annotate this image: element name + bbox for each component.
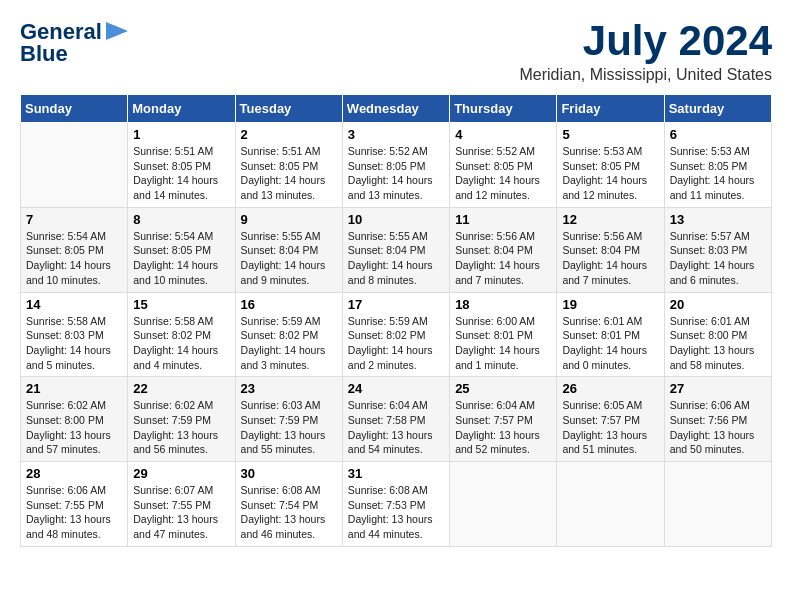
cell-content: Sunrise: 5:53 AMSunset: 8:05 PMDaylight:… [562, 144, 658, 203]
cell-content: Sunrise: 5:54 AMSunset: 8:05 PMDaylight:… [26, 229, 122, 288]
calendar-cell [21, 123, 128, 208]
subtitle: Meridian, Mississippi, United States [519, 66, 772, 84]
calendar-cell: 1Sunrise: 5:51 AMSunset: 8:05 PMDaylight… [128, 123, 235, 208]
calendar-week-row: 1Sunrise: 5:51 AMSunset: 8:05 PMDaylight… [21, 123, 772, 208]
day-number: 3 [348, 127, 444, 142]
day-number: 25 [455, 381, 551, 396]
cell-content: Sunrise: 5:58 AMSunset: 8:03 PMDaylight:… [26, 314, 122, 373]
cell-content: Sunrise: 6:08 AMSunset: 7:53 PMDaylight:… [348, 483, 444, 542]
logo-arrow-icon [106, 22, 128, 40]
column-header-sunday: Sunday [21, 95, 128, 123]
day-number: 15 [133, 297, 229, 312]
calendar-cell: 23Sunrise: 6:03 AMSunset: 7:59 PMDayligh… [235, 377, 342, 462]
calendar-cell: 31Sunrise: 6:08 AMSunset: 7:53 PMDayligh… [342, 462, 449, 547]
calendar-cell [664, 462, 771, 547]
calendar-cell: 27Sunrise: 6:06 AMSunset: 7:56 PMDayligh… [664, 377, 771, 462]
calendar-cell: 30Sunrise: 6:08 AMSunset: 7:54 PMDayligh… [235, 462, 342, 547]
calendar-cell: 18Sunrise: 6:00 AMSunset: 8:01 PMDayligh… [450, 292, 557, 377]
calendar-cell: 15Sunrise: 5:58 AMSunset: 8:02 PMDayligh… [128, 292, 235, 377]
calendar-cell: 19Sunrise: 6:01 AMSunset: 8:01 PMDayligh… [557, 292, 664, 377]
day-number: 26 [562, 381, 658, 396]
calendar-week-row: 14Sunrise: 5:58 AMSunset: 8:03 PMDayligh… [21, 292, 772, 377]
calendar-week-row: 21Sunrise: 6:02 AMSunset: 8:00 PMDayligh… [21, 377, 772, 462]
day-number: 4 [455, 127, 551, 142]
cell-content: Sunrise: 5:53 AMSunset: 8:05 PMDaylight:… [670, 144, 766, 203]
calendar-cell: 14Sunrise: 5:58 AMSunset: 8:03 PMDayligh… [21, 292, 128, 377]
cell-content: Sunrise: 5:54 AMSunset: 8:05 PMDaylight:… [133, 229, 229, 288]
cell-content: Sunrise: 5:58 AMSunset: 8:02 PMDaylight:… [133, 314, 229, 373]
calendar-cell: 20Sunrise: 6:01 AMSunset: 8:00 PMDayligh… [664, 292, 771, 377]
day-number: 13 [670, 212, 766, 227]
calendar-cell: 9Sunrise: 5:55 AMSunset: 8:04 PMDaylight… [235, 207, 342, 292]
day-number: 23 [241, 381, 337, 396]
svg-marker-0 [106, 22, 128, 40]
cell-content: Sunrise: 6:04 AMSunset: 7:58 PMDaylight:… [348, 398, 444, 457]
day-number: 29 [133, 466, 229, 481]
day-number: 21 [26, 381, 122, 396]
cell-content: Sunrise: 5:56 AMSunset: 8:04 PMDaylight:… [455, 229, 551, 288]
day-number: 18 [455, 297, 551, 312]
cell-content: Sunrise: 5:59 AMSunset: 8:02 PMDaylight:… [348, 314, 444, 373]
day-number: 24 [348, 381, 444, 396]
day-number: 10 [348, 212, 444, 227]
column-header-saturday: Saturday [664, 95, 771, 123]
cell-content: Sunrise: 5:52 AMSunset: 8:05 PMDaylight:… [455, 144, 551, 203]
day-number: 7 [26, 212, 122, 227]
day-number: 17 [348, 297, 444, 312]
cell-content: Sunrise: 5:56 AMSunset: 8:04 PMDaylight:… [562, 229, 658, 288]
column-header-thursday: Thursday [450, 95, 557, 123]
day-number: 9 [241, 212, 337, 227]
column-header-tuesday: Tuesday [235, 95, 342, 123]
calendar-cell: 4Sunrise: 5:52 AMSunset: 8:05 PMDaylight… [450, 123, 557, 208]
title-section: July 2024 Meridian, Mississippi, United … [519, 20, 772, 84]
cell-content: Sunrise: 6:03 AMSunset: 7:59 PMDaylight:… [241, 398, 337, 457]
day-number: 5 [562, 127, 658, 142]
calendar-cell: 5Sunrise: 5:53 AMSunset: 8:05 PMDaylight… [557, 123, 664, 208]
calendar-cell: 2Sunrise: 5:51 AMSunset: 8:05 PMDaylight… [235, 123, 342, 208]
calendar-cell: 12Sunrise: 5:56 AMSunset: 8:04 PMDayligh… [557, 207, 664, 292]
day-number: 12 [562, 212, 658, 227]
day-number: 16 [241, 297, 337, 312]
column-header-wednesday: Wednesday [342, 95, 449, 123]
column-header-friday: Friday [557, 95, 664, 123]
calendar-cell: 17Sunrise: 5:59 AMSunset: 8:02 PMDayligh… [342, 292, 449, 377]
calendar-cell: 13Sunrise: 5:57 AMSunset: 8:03 PMDayligh… [664, 207, 771, 292]
day-number: 2 [241, 127, 337, 142]
calendar-cell: 26Sunrise: 6:05 AMSunset: 7:57 PMDayligh… [557, 377, 664, 462]
cell-content: Sunrise: 5:51 AMSunset: 8:05 PMDaylight:… [133, 144, 229, 203]
calendar-cell: 29Sunrise: 6:07 AMSunset: 7:55 PMDayligh… [128, 462, 235, 547]
cell-content: Sunrise: 6:07 AMSunset: 7:55 PMDaylight:… [133, 483, 229, 542]
day-number: 14 [26, 297, 122, 312]
cell-content: Sunrise: 5:51 AMSunset: 8:05 PMDaylight:… [241, 144, 337, 203]
calendar-week-row: 7Sunrise: 5:54 AMSunset: 8:05 PMDaylight… [21, 207, 772, 292]
calendar-cell: 11Sunrise: 5:56 AMSunset: 8:04 PMDayligh… [450, 207, 557, 292]
cell-content: Sunrise: 6:01 AMSunset: 8:01 PMDaylight:… [562, 314, 658, 373]
calendar-cell: 8Sunrise: 5:54 AMSunset: 8:05 PMDaylight… [128, 207, 235, 292]
day-number: 1 [133, 127, 229, 142]
column-header-monday: Monday [128, 95, 235, 123]
day-number: 11 [455, 212, 551, 227]
cell-content: Sunrise: 5:57 AMSunset: 8:03 PMDaylight:… [670, 229, 766, 288]
cell-content: Sunrise: 6:02 AMSunset: 7:59 PMDaylight:… [133, 398, 229, 457]
day-number: 31 [348, 466, 444, 481]
calendar-table: SundayMondayTuesdayWednesdayThursdayFrid… [20, 94, 772, 547]
cell-content: Sunrise: 5:55 AMSunset: 8:04 PMDaylight:… [241, 229, 337, 288]
calendar-cell [557, 462, 664, 547]
cell-content: Sunrise: 5:55 AMSunset: 8:04 PMDaylight:… [348, 229, 444, 288]
cell-content: Sunrise: 6:01 AMSunset: 8:00 PMDaylight:… [670, 314, 766, 373]
cell-content: Sunrise: 6:06 AMSunset: 7:55 PMDaylight:… [26, 483, 122, 542]
calendar-cell: 25Sunrise: 6:04 AMSunset: 7:57 PMDayligh… [450, 377, 557, 462]
day-number: 20 [670, 297, 766, 312]
calendar-cell: 7Sunrise: 5:54 AMSunset: 8:05 PMDaylight… [21, 207, 128, 292]
page-header: General Blue July 2024 Meridian, Mississ… [20, 20, 772, 84]
cell-content: Sunrise: 6:04 AMSunset: 7:57 PMDaylight:… [455, 398, 551, 457]
calendar-cell: 6Sunrise: 5:53 AMSunset: 8:05 PMDaylight… [664, 123, 771, 208]
calendar-cell: 22Sunrise: 6:02 AMSunset: 7:59 PMDayligh… [128, 377, 235, 462]
calendar-header-row: SundayMondayTuesdayWednesdayThursdayFrid… [21, 95, 772, 123]
cell-content: Sunrise: 6:08 AMSunset: 7:54 PMDaylight:… [241, 483, 337, 542]
cell-content: Sunrise: 6:05 AMSunset: 7:57 PMDaylight:… [562, 398, 658, 457]
day-number: 27 [670, 381, 766, 396]
day-number: 28 [26, 466, 122, 481]
day-number: 8 [133, 212, 229, 227]
calendar-cell: 28Sunrise: 6:06 AMSunset: 7:55 PMDayligh… [21, 462, 128, 547]
